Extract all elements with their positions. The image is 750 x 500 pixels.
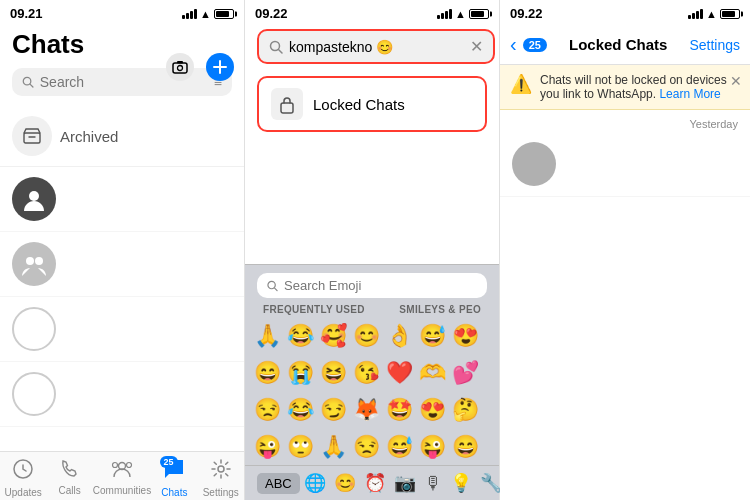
- emoji-laugh2[interactable]: 😆: [317, 356, 350, 389]
- abc-button[interactable]: ABC: [257, 473, 300, 494]
- settings-button[interactable]: Settings: [689, 37, 740, 53]
- left-status-icons: ▲: [182, 8, 234, 20]
- emoji-two-hearts[interactable]: 💕: [449, 356, 482, 389]
- emoji-e4[interactable]: 😄: [449, 430, 482, 463]
- mid-search-bar[interactable]: ✕: [257, 29, 495, 64]
- emoji-kiss[interactable]: 😘: [350, 356, 383, 389]
- warning-text: Chats will not be locked on devices you …: [540, 73, 740, 101]
- chat-item-3[interactable]: [0, 297, 244, 362]
- clear-search-button[interactable]: ✕: [470, 37, 483, 56]
- chat-item-1[interactable]: [0, 167, 244, 232]
- chats-panel: 09.21 ▲ Chats ≡: [0, 0, 245, 500]
- smileys-label: SMILEYS & PEO: [387, 302, 493, 317]
- emoji-ok-hand[interactable]: 👌: [383, 319, 416, 352]
- emoji-smiling-hearts[interactable]: 🥰: [317, 319, 350, 352]
- emoji-grid-row4: 😜 🙄 🙏 😒 😅 😜 😄: [245, 428, 499, 465]
- emoji-button[interactable]: 😊: [330, 470, 360, 496]
- emoji-heart-eyes2[interactable]: 😍: [416, 393, 449, 426]
- emoji-thinking[interactable]: 🤔: [449, 393, 482, 426]
- archived-row[interactable]: Archived: [0, 106, 244, 167]
- emoji-heart-eyes[interactable]: 😍: [449, 319, 482, 352]
- tab-communities[interactable]: Communities: [93, 458, 151, 498]
- mid-wifi-icon: ▲: [455, 8, 466, 20]
- warning-icon: ⚠️: [510, 73, 532, 95]
- search-icon: [22, 75, 34, 89]
- mic-button[interactable]: 🎙: [420, 471, 446, 496]
- updates-icon: [12, 458, 34, 485]
- chat-item-2[interactable]: [0, 232, 244, 297]
- emoji-search-bar[interactable]: [257, 273, 487, 298]
- mid-time: 09.22: [255, 6, 288, 21]
- emoji-pray2[interactable]: 🙏: [317, 430, 350, 463]
- emoji-starstruck[interactable]: 🤩: [383, 393, 416, 426]
- emoji-grid-row2: 😄 😭 😆 😘 ❤️ 🫶 💕: [245, 354, 499, 391]
- emoji-sweat[interactable]: 😅: [416, 319, 449, 352]
- back-count: 25: [523, 38, 547, 52]
- emoji-e1[interactable]: 😒: [350, 430, 383, 463]
- avatar-4: [12, 372, 56, 416]
- right-battery-icon: [720, 9, 740, 19]
- learn-more-link[interactable]: Learn More: [659, 87, 720, 101]
- tab-calls-label: Calls: [58, 485, 80, 496]
- emoji-unamused[interactable]: 😒: [251, 393, 284, 426]
- left-time: 09.21: [10, 6, 43, 21]
- emoji-e3[interactable]: 😜: [416, 430, 449, 463]
- camera-button-kb[interactable]: 📷: [390, 470, 420, 496]
- svg-point-11: [112, 463, 117, 468]
- right-chat-item-1[interactable]: [500, 132, 750, 197]
- svg-point-12: [126, 463, 131, 468]
- avatar-1: [12, 177, 56, 221]
- avatar-3: [12, 307, 56, 351]
- date-label: Yesterday: [500, 110, 750, 132]
- emoji-rofl[interactable]: 😂: [284, 393, 317, 426]
- tab-chats[interactable]: 25 Chats: [151, 458, 197, 498]
- locked-chats-label: Locked Chats: [313, 96, 405, 113]
- emoji-pray[interactable]: 🙏: [251, 319, 284, 352]
- locked-chats-item[interactable]: Locked Chats: [257, 76, 487, 132]
- svg-rect-5: [24, 133, 40, 143]
- header-icons-row: [166, 53, 234, 81]
- tab-updates[interactable]: Updates: [0, 458, 46, 498]
- bulb-button[interactable]: 💡: [446, 470, 476, 496]
- tab-calls[interactable]: Calls: [46, 458, 92, 498]
- right-signal-icon: [688, 9, 703, 19]
- chats-header: Chats ≡: [0, 25, 244, 106]
- wifi-icon: ▲: [200, 8, 211, 20]
- mid-search-input[interactable]: [289, 39, 464, 55]
- svg-rect-16: [281, 103, 293, 113]
- emoji-heart[interactable]: ❤️: [383, 356, 416, 389]
- emoji-smirk[interactable]: 😏: [317, 393, 350, 426]
- emoji-laugh[interactable]: 😂: [284, 319, 317, 352]
- chats-badge: 25: [160, 456, 178, 468]
- emoji-search-icon: [267, 280, 278, 292]
- emoji-search-input[interactable]: [284, 278, 477, 293]
- svg-point-1: [178, 66, 183, 71]
- emoji-wink-tongue[interactable]: 😜: [251, 430, 284, 463]
- battery-icon: [214, 9, 234, 19]
- tab-settings[interactable]: Settings: [198, 458, 244, 498]
- chat-list: [0, 167, 244, 451]
- back-button[interactable]: ‹ 25: [510, 33, 547, 56]
- left-status-bar: 09.21 ▲: [0, 0, 244, 25]
- emoji-hearts[interactable]: 🫶: [416, 356, 449, 389]
- chat-item-4[interactable]: [0, 362, 244, 427]
- globe-button[interactable]: 🌐: [300, 470, 330, 496]
- search-panel: 09.22 ▲ ✕ Cancel Locked Chats: [245, 0, 500, 500]
- right-avatar-1: [512, 142, 556, 186]
- mid-search-row: ✕ Cancel: [245, 25, 499, 68]
- emoji-grin[interactable]: 😄: [251, 356, 284, 389]
- emoji-smile[interactable]: 😊: [350, 319, 383, 352]
- emoji-fox[interactable]: 🦊: [350, 393, 383, 426]
- mid-search-icon: [269, 40, 283, 54]
- emoji-grid-row3: 😒 😂 😏 🦊 🤩 😍 🤔: [245, 391, 499, 428]
- emoji-eyeroll[interactable]: 🙄: [284, 430, 317, 463]
- emoji-cry[interactable]: 😭: [284, 356, 317, 389]
- emoji-e2[interactable]: 😅: [383, 430, 416, 463]
- clock-button[interactable]: ⏰: [360, 470, 390, 496]
- camera-button[interactable]: [166, 53, 194, 81]
- warning-close-button[interactable]: ✕: [730, 73, 742, 89]
- mid-signal-icon: [437, 9, 452, 19]
- compose-button[interactable]: [206, 53, 234, 81]
- right-status-bar: 09.22 ▲: [500, 0, 750, 25]
- svg-line-15: [279, 49, 283, 53]
